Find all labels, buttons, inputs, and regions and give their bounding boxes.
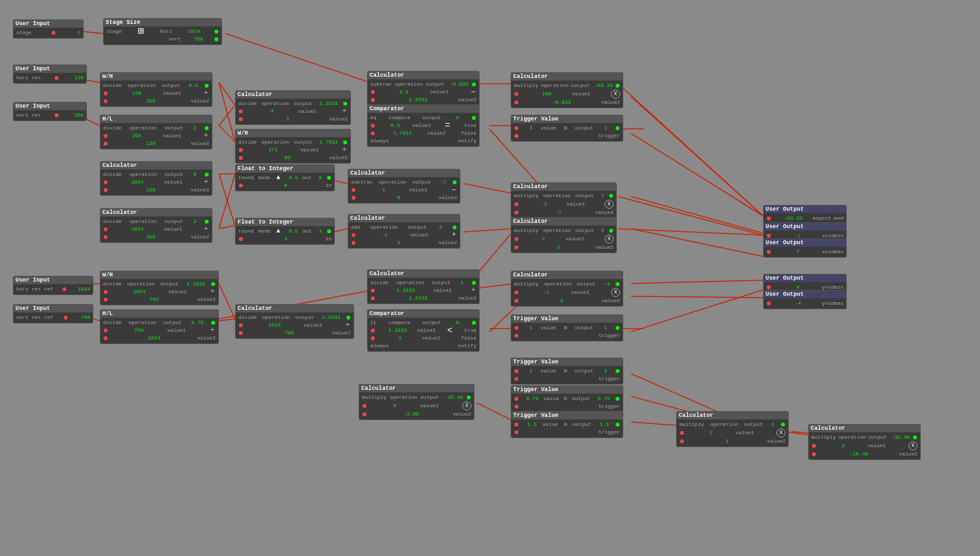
node-title-user-input-horz-ref: User Input — [14, 276, 93, 284]
node-title-wh3: W/H — [100, 271, 218, 279]
node-title-comparator-1: Comparator — [368, 105, 479, 113]
svg-line-38 — [631, 280, 763, 283]
node-user-output-aspect-mod: User Output -83.33 aspect.mod — [763, 205, 847, 224]
svg-line-22 — [631, 133, 763, 216]
node-title-user-input-vert-ref: User Input — [14, 305, 93, 312]
node-calc-8: Calculator divide operation output 8 102… — [100, 161, 212, 196]
svg-line-36 — [631, 197, 763, 233]
node-hl1: H/L divide operation output 2 256 value1… — [100, 115, 212, 149]
node-calc-add-2: Calculator add operation output 2 -1 val… — [348, 214, 460, 249]
node-calc-mult-3296: Calculator multiply operation output -32… — [808, 424, 921, 460]
node-title-calc-8: Calculator — [100, 162, 212, 169]
node-user-input-stage: User Input stage 1 — [13, 19, 84, 39]
node-title-trigger-value-4: Trigger Value — [511, 386, 623, 394]
svg-line-7 — [219, 126, 235, 142]
node-title-calc-mult-neg4: Calculator — [511, 271, 623, 279]
node-wh2: W/H divide operation output 1.7812 171 v… — [235, 129, 351, 164]
node-user-output-xvidmax: User Output 7 xvidmax — [763, 238, 847, 258]
node-title-float-to-int-2: Float to Integer — [236, 218, 334, 226]
node-title-calc-mult-1648: Calculator — [359, 385, 474, 392]
node-calc-mult-1648: Calculator multiply operation output -16… — [359, 384, 475, 420]
svg-line-6 — [219, 105, 235, 126]
node-calc-sub-0833: Calculator subtrac operation output -0.8… — [367, 71, 480, 106]
svg-line-5 — [219, 82, 235, 142]
node-title-calc-mult-8333: Calculator — [511, 73, 623, 81]
node-float-to-int-1: Float to Integer round mode ▲ 0.5 out 8 … — [235, 164, 335, 191]
node-calc-sub-7: Calculator subtrac operation output -7 1… — [348, 169, 460, 204]
node-title-calc-div-1: Calculator — [368, 270, 479, 278]
node-calc-mult-4: Calculator multiply operation output 4 2… — [511, 217, 617, 253]
svg-line-23 — [631, 290, 763, 332]
node-title-user-output-aspect-mod: User Output — [764, 206, 846, 213]
node-title-calc-mult-4: Calculator — [511, 218, 616, 225]
node-comparator-2: Comparator lt compare output 0 1.3333 va… — [367, 309, 480, 352]
node-title-user-input-horz: User Input — [14, 65, 86, 73]
svg-line-18 — [618, 197, 763, 235]
node-title-calc-3: Calculator — [100, 209, 212, 216]
node-calc-div-1: Calculator divide operation output 1 1.3… — [367, 269, 480, 304]
node-user-input-vert-ref: User Input vert res ref 768 — [13, 304, 93, 323]
svg-line-16 — [464, 229, 512, 232]
node-trigger-value-2: Trigger Value 1 value ⚙ output 1 trigger — [511, 314, 623, 341]
node-user-input-vert: User Input vert res 256 — [13, 102, 87, 121]
node-calc-div-1333: Calculator divide operation output 1.333… — [235, 90, 351, 125]
node-title-user-output-yvidmin: User Output — [764, 274, 846, 282]
node-calc-mult-7: Calculator multiply operation output 7 -… — [511, 182, 617, 218]
node-title-comparator-2: Comparator — [368, 310, 479, 318]
node-trigger-value-5: Trigger Value 1.5 value ⚙ output 1.5 tri… — [511, 411, 623, 438]
node-title-calc-div-1333: Calculator — [236, 91, 350, 99]
node-title-user-output-xvidmin: User Output — [764, 223, 846, 231]
node-calc-div-1333-lower: Calculator divide operation output 1.333… — [235, 304, 354, 339]
node-title-trigger-value-1: Trigger Value — [511, 115, 623, 123]
node-user-input-horz-ref: User Input horz res ref 1024 — [13, 276, 93, 295]
node-title-calc-mult-3296: Calculator — [809, 425, 920, 432]
node-title-user-output-xvidmax: User Output — [764, 239, 846, 247]
node-title-wh2: W/H — [236, 129, 350, 137]
svg-line-13 — [334, 229, 348, 232]
node-title-trigger-value-5: Trigger Value — [511, 412, 623, 419]
node-title-hl1: H/L — [100, 115, 212, 123]
svg-line-12 — [334, 180, 348, 184]
node-wh3: W/H divide operation output 1.3333 1024 … — [100, 271, 219, 305]
node-title-calc-mult-2-lower: Calculator — [677, 412, 788, 419]
node-title-stage-size: Stage Size — [104, 19, 221, 26]
node-title-user-input-vert: User Input — [14, 102, 86, 110]
svg-line-44 — [786, 432, 808, 435]
node-title-trigger-value-3: Trigger Value — [511, 358, 623, 366]
node-title-user-input-stage: User Input — [14, 20, 83, 28]
node-title-trigger-value-2: Trigger Value — [511, 315, 623, 323]
svg-line-9 — [219, 174, 235, 225]
svg-line-37 — [631, 229, 763, 256]
svg-line-1 — [225, 34, 373, 84]
node-title-calc-add-2: Calculator — [348, 215, 460, 222]
node-trigger-value-1: Trigger Value 3 value ⚙ output 3 trigger — [511, 115, 623, 142]
svg-line-4 — [219, 82, 235, 105]
node-user-output-yvidmax: User Output -4 yvidmax — [763, 290, 847, 309]
node-wh1: W/H divide operation output 0.5 128 valu… — [100, 72, 212, 107]
svg-line-19 — [618, 229, 763, 235]
node-stage-size: Stage Size stage ⊞ horz 1024 vert 768 — [103, 18, 222, 45]
node-user-input-horz: User Input horz res 128 — [13, 64, 87, 84]
svg-line-39 — [631, 296, 763, 298]
node-trigger-value-4: Trigger Value 0.75 value ⚙ output 0.75 t… — [511, 385, 623, 412]
svg-line-15 — [464, 184, 512, 193]
node-calc-mult-2-lower: Calculator multiply operation output 2 2… — [676, 411, 789, 447]
node-title-calc-div-1333-lower: Calculator — [236, 305, 353, 312]
node-title-wh1: W/H — [100, 73, 212, 81]
node-title-user-output-yvidmax: User Output — [764, 291, 846, 298]
node-hl2: H/L divide operation output 0.75 768 val… — [100, 309, 219, 344]
svg-line-26 — [219, 283, 235, 319]
node-title-calc-sub-7: Calculator — [348, 169, 460, 177]
node-calc-3: Calculator divide operation output 3 102… — [100, 208, 212, 243]
node-title-hl2: H/L — [100, 310, 218, 318]
svg-line-11 — [219, 225, 235, 229]
svg-line-27 — [219, 319, 235, 321]
node-calc-mult-8333: Calculator multiply operation output -83… — [511, 72, 623, 108]
svg-line-10 — [219, 174, 235, 229]
node-title-calc-mult-7: Calculator — [511, 183, 616, 191]
node-title-float-to-int-1: Float to Integer — [236, 165, 334, 173]
node-trigger-value-3: Trigger Value 2 value ⚙ output 2 trigger — [511, 358, 623, 385]
node-title-calc-sub-0833: Calculator — [368, 72, 479, 79]
svg-line-40 — [476, 403, 515, 422]
node-calc-mult-neg4: Calculator multiply operation output -4 … — [511, 271, 623, 307]
